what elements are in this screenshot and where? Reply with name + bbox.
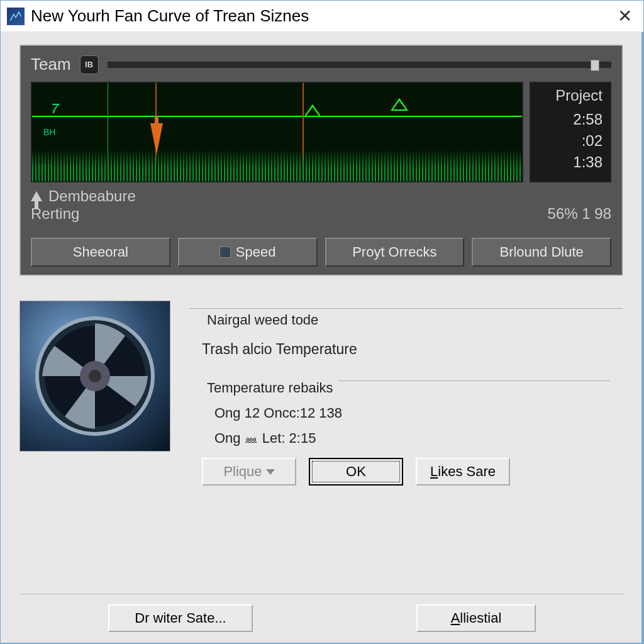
chevron-down-icon: [266, 469, 275, 475]
group-row-1: Trash alcio Temperature: [202, 341, 610, 358]
graph-threshold-line: [32, 116, 522, 117]
readout-value-2: :02: [582, 132, 602, 150]
monitor-status-row: Dembeabure Rerting 56% 1 98: [31, 187, 611, 223]
group-title: Nairgal weed tode: [202, 312, 323, 328]
tab-label: Brlound Dlute: [499, 244, 583, 260]
tab-sheeoral[interactable]: Sheeoral: [31, 238, 170, 267]
button-label: Dr witer Sate...: [135, 610, 226, 626]
status-line-1: Dembeabure: [48, 187, 136, 205]
dr-witer-sate-button[interactable]: Dr witer Sate...: [108, 604, 253, 632]
status-line-2: Rerting: [31, 205, 136, 223]
button-label: Likes Sare: [430, 464, 496, 480]
app-icon: [7, 8, 25, 25]
alliestial-button[interactable]: Alliestial: [416, 604, 536, 632]
peak-caret-icon: [304, 104, 321, 117]
svg-point-3: [89, 370, 101, 382]
window-title: New Yourh Fan Curve of Trean Siznes: [31, 6, 606, 26]
dialog-body: Team IB 7 BH ACT: [1, 32, 643, 644]
temperature-subgroup: Temperature rebaiks Ong 12 Oncc:12 138 O…: [202, 372, 610, 486]
tab-label: Sheeoral: [73, 244, 128, 260]
temperature-row-2: Ong ⅏ Let: 2:15: [214, 430, 610, 447]
button-label: OK: [346, 464, 366, 480]
speed-icon: [219, 247, 231, 258]
seek-slider[interactable]: [108, 62, 611, 68]
dialog-window: New Yourh Fan Curve of Trean Siznes ✕ Te…: [0, 0, 644, 644]
tab-label: Speed: [236, 244, 276, 260]
graph-waveform: [32, 150, 522, 181]
lower-section: Nairgal weed tode Trash alcio Temperatur…: [19, 301, 623, 496]
side-readout: Project 2:58 :02 1:38: [530, 82, 611, 182]
tab-label: Proyt Orrecks: [352, 244, 436, 260]
tab-proyt-orrecks[interactable]: Proyt Orrecks: [325, 238, 465, 267]
ok-button[interactable]: OK: [309, 458, 403, 486]
plique-dropdown[interactable]: Plique: [202, 458, 296, 486]
button-label: Plique: [223, 464, 262, 480]
titlebar: New Yourh Fan Curve of Trean Siznes ✕: [1, 1, 643, 32]
divider: [31, 229, 611, 230]
likes-sare-button[interactable]: Likes Sare: [416, 458, 510, 486]
monitor-tabbar: Sheeoral Speed Proyt Orrecks Brlound Dlu…: [31, 238, 611, 267]
slider-thumb[interactable]: [591, 60, 599, 71]
footer-button-row: Dr witer Sate... Alliestial: [19, 594, 625, 632]
monitor-label: Team: [31, 55, 71, 74]
graph-row: 7 BH ACT Project 2:58 :02 1:38: [31, 82, 611, 182]
tab-brlound-dlute[interactable]: Brlound Dlute: [472, 238, 611, 267]
close-icon: ✕: [618, 6, 632, 26]
button-label: Alliestial: [451, 610, 502, 626]
monitor-panel: Team IB 7 BH ACT: [19, 45, 623, 275]
readout-value-1: 2:58: [573, 111, 602, 128]
monitor-header: Team IB: [31, 55, 611, 74]
fan-image: [19, 301, 170, 452]
close-button[interactable]: ✕: [612, 4, 637, 29]
arrow-up-icon: [31, 191, 42, 201]
graph-axis-2: BH: [43, 127, 55, 137]
group-button-row: Plique OK Likes Sare: [202, 458, 610, 486]
monitor-badge: IB: [80, 55, 99, 74]
settings-group: Nairgal weed tode Trash alcio Temperatur…: [189, 301, 623, 496]
tab-speed[interactable]: Speed: [178, 238, 318, 267]
fan-icon: [32, 313, 158, 439]
graph-axis-1: 7: [51, 101, 58, 117]
peak-caret-icon: [391, 98, 408, 111]
readout-header: Project: [555, 87, 602, 104]
readout-value-3: 1:38: [573, 153, 602, 171]
activity-graph[interactable]: 7 BH ACT: [31, 82, 523, 182]
status-right: 56% 1 98: [548, 205, 611, 223]
temperature-row-1: Ong 12 Oncc:12 138: [214, 405, 610, 421]
subgroup-title: Temperature rebaiks: [202, 380, 338, 396]
